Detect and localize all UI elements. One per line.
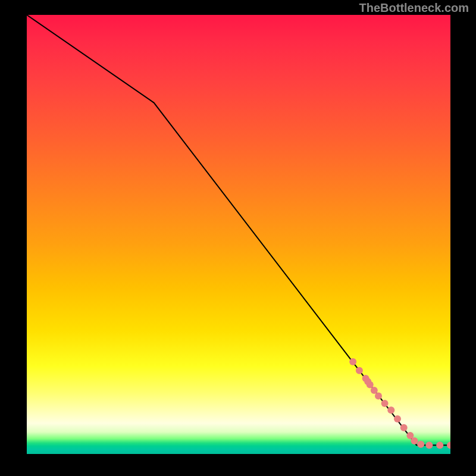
chart-svg bbox=[27, 15, 450, 454]
scatter-series bbox=[349, 358, 450, 449]
data-point bbox=[367, 381, 374, 388]
data-point bbox=[375, 393, 382, 400]
data-point bbox=[371, 387, 378, 394]
data-point bbox=[447, 441, 450, 449]
data-point bbox=[356, 367, 363, 374]
watermark-text: TheBottleneck.com bbox=[359, 1, 469, 15]
data-point bbox=[387, 406, 394, 414]
chart-area bbox=[27, 15, 450, 454]
data-point bbox=[394, 415, 401, 422]
data-point bbox=[381, 400, 389, 407]
data-point bbox=[411, 437, 418, 444]
data-point bbox=[400, 424, 408, 431]
data-point bbox=[425, 441, 433, 449]
line-series bbox=[27, 15, 450, 445]
data-point bbox=[417, 441, 424, 448]
data-point bbox=[349, 358, 356, 365]
data-point bbox=[436, 441, 443, 449]
